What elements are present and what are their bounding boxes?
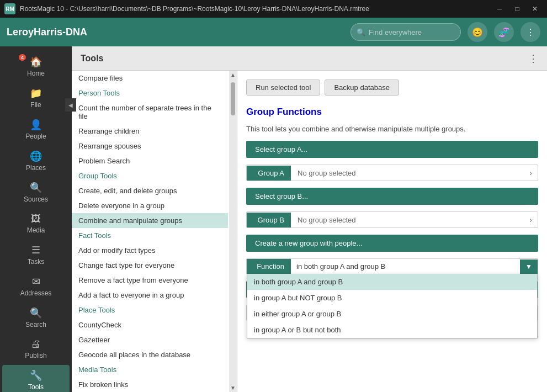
scrollbar[interactable]: ▲ ▼ — [229, 71, 237, 392]
minimize-button[interactable]: ─ — [492, 3, 507, 14]
dropdown-item-not-both[interactable]: in group A or B but not both — [247, 322, 537, 338]
group-functions-description: This tool lets you combine and otherwise… — [246, 124, 538, 134]
tool-category-group-tools[interactable]: Group Tools — [72, 168, 228, 183]
tool-category-media-tools[interactable]: Media Tools — [72, 362, 228, 377]
sidebar-item-home[interactable]: 🏠 4 Home — [2, 51, 70, 82]
sidebar-collapse-button[interactable]: ◀ — [65, 98, 76, 112]
publish-icon: 🖨 — [31, 338, 41, 350]
group-b-row: Group B No group selected › — [246, 211, 538, 228]
tool-category-person-tools[interactable]: Person Tools — [72, 86, 228, 100]
tool-item-rearrange-children[interactable]: Rearrange children — [72, 124, 228, 139]
tool-item-problem-search[interactable]: Problem Search — [72, 153, 228, 168]
maximize-button[interactable]: □ — [509, 3, 525, 14]
function-select[interactable]: in both group A and group B in group A b… — [291, 259, 520, 274]
tool-category-place-tools[interactable]: Place Tools — [72, 303, 228, 317]
scroll-up-arrow[interactable]: ▲ — [230, 72, 236, 78]
sidebar-item-label: Tools — [28, 383, 44, 391]
sidebar-item-label: Media — [27, 226, 45, 234]
select-group-b-button[interactable]: Select group B... — [246, 188, 538, 205]
sidebar-item-label: Home — [27, 70, 45, 77]
tool-item-combine-groups[interactable]: Combine and manipulate groups — [72, 213, 228, 228]
tool-category-fact-tools[interactable]: Fact Tools — [72, 228, 228, 243]
sidebar: ◀ 🏠 4 Home 📁 File 👤 People 🌐 Places 🔍 So… — [0, 46, 72, 392]
group-b-label: Group B — [247, 213, 291, 227]
group-a-label: Group A — [247, 166, 291, 181]
select-group-a-button[interactable]: Select group A... — [246, 141, 538, 158]
sidebar-item-tools[interactable]: 🔧 Tools — [2, 365, 70, 392]
group-b-value: No group selected — [291, 213, 524, 227]
tools-menu-button[interactable]: ⋮ — [528, 52, 538, 65]
scroll-down-arrow[interactable]: ▼ — [230, 385, 236, 391]
sidebar-item-places[interactable]: 🌐 Places — [2, 146, 70, 176]
sidebar-item-publish[interactable]: 🖨 Publish — [2, 334, 70, 364]
function-dropdown-arrow-icon: ▼ — [520, 259, 538, 274]
sources-icon: 🔍 — [30, 182, 42, 194]
tool-item-remove-fact-type[interactable]: Remove a fact type from everyone — [72, 273, 228, 288]
app-title: LeroyHarris-DNA — [7, 27, 344, 38]
tool-item-create-groups[interactable]: Create, edit, and delete groups — [72, 183, 228, 198]
dna-button[interactable]: 🧬 — [494, 22, 514, 42]
sidebar-item-label: Places — [26, 164, 46, 172]
sidebar-item-people[interactable]: 👤 People — [2, 114, 70, 145]
group-b-arrow-icon: › — [524, 212, 538, 227]
tool-item-add-fact-everyone[interactable]: Add a fact to everyone in a group — [72, 288, 228, 303]
tools-title: Tools — [81, 54, 103, 63]
inner-layout: Compare files Person Tools Count the num… — [72, 71, 547, 392]
create-new-group-button[interactable]: Create a new group with people... — [246, 235, 538, 252]
dropdown-item-either[interactable]: in either group A or group B — [247, 306, 537, 322]
dropdown-item-a-not-b[interactable]: in group A but NOT group B — [247, 290, 537, 306]
tool-item-geocode[interactable]: Geocode all places in the database — [72, 347, 228, 362]
tools-icon: 🔧 — [30, 369, 42, 382]
dropdown-item-both[interactable]: in both group A and group B — [247, 274, 537, 290]
group-a-row: Group A No group selected › — [246, 165, 538, 181]
home-icon: 🏠 — [30, 56, 42, 68]
tool-item-county-check[interactable]: CountyCheck — [72, 317, 228, 332]
sidebar-item-file[interactable]: 📁 File — [2, 83, 70, 113]
run-selected-tool-button[interactable]: Run selected tool — [246, 80, 320, 96]
backup-database-button[interactable]: Backup database — [325, 80, 399, 96]
sidebar-item-media[interactable]: 🖼 Media — [2, 209, 70, 239]
sidebar-item-label: File — [30, 101, 41, 109]
function-label: Function — [247, 259, 291, 274]
addresses-icon: ✉ — [32, 276, 40, 288]
sidebar-item-sources[interactable]: 🔍 Sources — [2, 177, 70, 208]
tool-item-count-trees[interactable]: Count the number of separate trees in th… — [72, 100, 228, 124]
file-icon: 📁 — [30, 87, 42, 99]
sidebar-item-label: Search — [25, 321, 46, 329]
sidebar-item-label: Tasks — [28, 258, 45, 266]
tool-item-rearrange-spouses[interactable]: Rearrange spouses — [72, 139, 228, 153]
tool-item-fix-broken-links[interactable]: Fix broken links — [72, 377, 228, 392]
face-recognition-button[interactable]: 😊 — [468, 22, 487, 42]
sidebar-item-search[interactable]: 🔍 Search — [2, 303, 70, 333]
content-area: Tools ⋮ Compare files Person Tools Count… — [72, 46, 547, 392]
app-icon: RM — [4, 3, 15, 14]
search-input[interactable] — [369, 28, 455, 36]
group-a-arrow-icon: › — [524, 165, 538, 181]
function-row: Function in both group A and group B in … — [246, 258, 538, 274]
right-panel: Run selected tool Backup database Group … — [237, 71, 547, 392]
global-search-bar[interactable]: 🔍 — [350, 23, 461, 41]
more-options-button[interactable]: ⋮ — [521, 22, 540, 42]
media-icon: 🖼 — [31, 213, 41, 225]
toolbar-row: Run selected tool Backup database — [246, 80, 538, 96]
tool-item-gazetteer[interactable]: Gazetteer — [72, 332, 228, 347]
sidebar-item-label: Publish — [25, 352, 46, 359]
tool-item-compare-files[interactable]: Compare files — [72, 71, 228, 86]
sidebar-item-tasks[interactable]: ☰ Tasks — [2, 240, 70, 270]
tool-item-delete-everyone[interactable]: Delete everyone in a group — [72, 198, 228, 213]
scroll-thumb[interactable] — [231, 82, 235, 115]
tools-header: Tools ⋮ — [72, 46, 547, 71]
tools-list-panel: Compare files Person Tools Count the num… — [72, 71, 237, 392]
sidebar-item-label: Sources — [24, 195, 48, 203]
people-icon: 👤 — [30, 119, 42, 131]
sidebar-item-addresses[interactable]: ✉ Addresses — [2, 271, 70, 301]
close-button[interactable]: ✕ — [527, 3, 543, 14]
group-functions-title: Group Functions — [246, 107, 538, 118]
search-icon: 🔍 — [357, 28, 365, 36]
search-nav-icon: 🔍 — [30, 307, 42, 319]
titlebar: RM RootsMagic 10 - C:\Users\harri\Docume… — [0, 0, 547, 18]
home-badge: 4 — [19, 54, 26, 61]
tool-item-add-modify-facts[interactable]: Add or modify fact types — [72, 243, 228, 258]
header: LeroyHarris-DNA 🔍 😊 🧬 ⋮ — [0, 18, 547, 46]
tool-item-change-fact-type[interactable]: Change fact type for everyone — [72, 258, 228, 273]
